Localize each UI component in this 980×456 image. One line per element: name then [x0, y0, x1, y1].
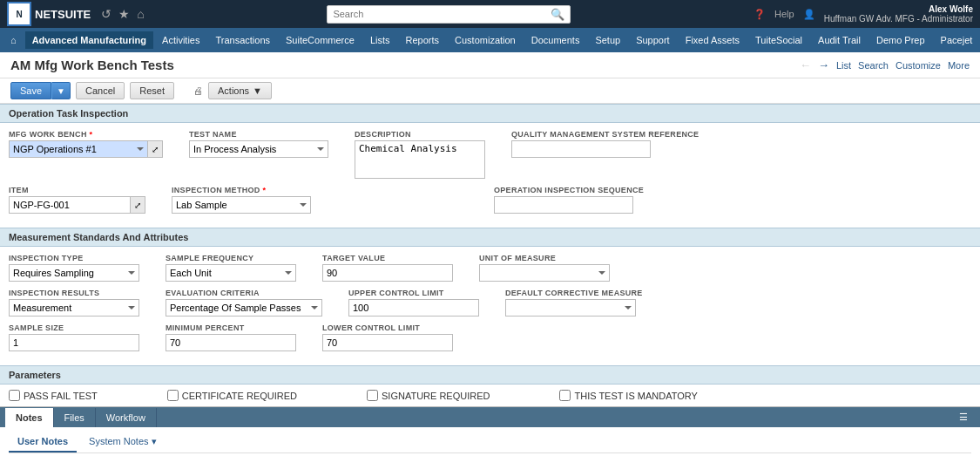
pass-fail-checkbox[interactable]	[9, 390, 20, 401]
logo: N NETSUITE	[7, 2, 91, 26]
menu-item-demo-prep[interactable]: Demo Prep	[869, 31, 932, 49]
operation-sequence-input[interactable]	[494, 196, 633, 214]
menu-item-suitecommerce[interactable]: SuiteCommerce	[279, 31, 362, 49]
lower-control-label: LOWER CONTROL LIMIT	[322, 323, 453, 332]
menu-item-audit-trail[interactable]: Audit Trail	[811, 31, 868, 49]
target-value-input[interactable]	[322, 264, 453, 282]
item-expand-btn[interactable]: ⤢	[131, 196, 145, 214]
operation-task-row1: MFG WORK BENCH * NGP Operations #1 ⤢ TES…	[9, 130, 971, 179]
pass-fail-item: PASS FAIL TEST	[9, 390, 98, 401]
lower-control-group: LOWER CONTROL LIMIT	[322, 323, 453, 351]
evaluation-group: EVALUATION CRITERIA Percentage Of Sample…	[166, 289, 322, 316]
mfg-work-bench-expand-btn[interactable]: ⤢	[148, 140, 163, 158]
tabs-container: NotesFilesWorkflow☰ User Notes System No…	[0, 406, 980, 456]
menu-item-transactions[interactable]: Transactions	[208, 31, 277, 49]
sub-tab-user-notes[interactable]: User Notes	[9, 432, 77, 453]
save-dropdown-button[interactable]: ▼	[51, 82, 71, 99]
nav-icons: ↺ ★ ⌂	[101, 7, 144, 21]
menu-item-tuitesocial[interactable]: TuiteSocial	[748, 31, 809, 49]
user-info: Alex Wolfe Huffman GW Adv. MFG - Adminis…	[824, 4, 973, 24]
list-link[interactable]: List	[836, 60, 851, 71]
test-name-label: TEST NAME	[189, 130, 328, 139]
star-icon[interactable]: ★	[118, 7, 130, 21]
evaluation-select[interactable]: Percentage Of Sample Passes	[166, 299, 322, 316]
menu-item-fixed-assets[interactable]: Fixed Assets	[679, 31, 747, 49]
sample-size-input[interactable]	[9, 334, 139, 351]
help-label[interactable]: Help	[774, 9, 794, 19]
menu-item-documents[interactable]: Documents	[524, 31, 587, 49]
menu-bar: ⌂Advanced ManufacturingActivitiesTransac…	[0, 28, 980, 52]
inspection-results-label: INSPECTION RESULTS	[9, 289, 139, 297]
menu-item-home[interactable]: ⌂	[3, 31, 24, 49]
more-link[interactable]: More	[948, 60, 970, 71]
actions-arrow-icon: ▼	[253, 85, 262, 96]
print-icon[interactable]: 🖨	[193, 85, 203, 96]
mandatory-checkbox[interactable]	[559, 390, 571, 401]
mfg-work-bench-select[interactable]: NGP Operations #1	[9, 140, 148, 158]
home-icon[interactable]: ⌂	[137, 7, 144, 21]
target-value-group: TARGET VALUE	[322, 254, 453, 282]
nav-forward-btn[interactable]: →	[818, 58, 829, 71]
tabs-menu-icon[interactable]: ☰	[952, 407, 975, 427]
inspection-type-select[interactable]: Requires Sampling	[9, 264, 139, 282]
measurement-section-header: Measurement Standards And Attributes	[0, 228, 980, 247]
quality-ref-input[interactable]	[511, 140, 651, 158]
unit-measure-select[interactable]	[479, 264, 610, 282]
inspection-method-select[interactable]: Lab Sample	[172, 196, 311, 214]
actions-button[interactable]: Actions ▼	[208, 82, 272, 99]
search-link[interactable]: Search	[858, 60, 889, 71]
user-name: Alex Wolfe	[824, 4, 973, 14]
inspection-results-group: INSPECTION RESULTS Measurement	[9, 289, 139, 316]
menu-item-support[interactable]: Support	[629, 31, 677, 49]
help-icon[interactable]: ❓	[754, 9, 766, 20]
sample-freq-select[interactable]: Each Unit	[166, 264, 296, 282]
cancel-button[interactable]: Cancel	[76, 82, 125, 99]
menu-item-activities[interactable]: Activities	[155, 31, 206, 49]
menu-item-reports[interactable]: Reports	[399, 31, 447, 49]
operation-sequence-group: OPERATION INSPECTION SEQUENCE	[494, 186, 644, 214]
sample-freq-label: SAMPLE FREQUENCY	[166, 254, 296, 262]
save-button[interactable]: Save	[10, 82, 51, 99]
quality-ref-group: QUALITY MANAGEMENT SYSTEM REFERENCE	[511, 130, 699, 158]
menu-item-customization[interactable]: Customization	[448, 31, 523, 49]
default-corrective-select[interactable]	[505, 299, 636, 316]
test-name-select[interactable]: In Process Analysis	[189, 140, 328, 158]
minimum-percent-input[interactable]	[166, 334, 296, 351]
certificate-label: CERTIFICATE REQUIRED	[182, 391, 297, 401]
toolbar: Save ▼ Cancel Reset 🖨 Actions ▼	[0, 78, 980, 104]
menu-item-pacejet[interactable]: Pacejet	[934, 31, 980, 49]
reset-button[interactable]: Reset	[130, 82, 174, 99]
sub-tab-system-notes[interactable]: System Notes ▾	[80, 432, 166, 453]
tab-notes[interactable]: Notes	[5, 408, 54, 427]
customize-link[interactable]: Customize	[896, 60, 941, 71]
description-textarea[interactable]: Chemical Analysis	[355, 140, 485, 179]
history-icon[interactable]: ↺	[101, 7, 112, 21]
lower-control-input[interactable]	[322, 334, 453, 351]
menu-item-setup[interactable]: Setup	[588, 31, 627, 49]
target-value-label: TARGET VALUE	[322, 254, 453, 262]
operation-sequence-label: OPERATION INSPECTION SEQUENCE	[494, 186, 644, 194]
inspection-type-label: INSPECTION TYPE	[9, 254, 139, 262]
tab-content: User Notes System Notes ▾ VIEW Default N…	[0, 427, 980, 456]
signature-checkbox[interactable]	[367, 390, 378, 401]
nav-back-btn[interactable]: ←	[800, 58, 811, 71]
description-label: DESCRIPTION	[355, 130, 485, 139]
upper-control-label: UPPER CONTROL LIMIT	[348, 289, 479, 297]
inspection-results-select[interactable]: Measurement	[9, 299, 139, 316]
minimum-percent-group: MINIMUM PERCENT	[166, 323, 296, 351]
inspection-method-group: INSPECTION METHOD * Lab Sample	[172, 186, 311, 214]
search-icon[interactable]: 🔍	[551, 8, 564, 21]
tab-workflow[interactable]: Workflow	[96, 408, 157, 427]
item-input[interactable]	[9, 196, 131, 214]
search-input[interactable]	[333, 9, 551, 19]
logo-icon: N	[7, 2, 31, 26]
upper-control-input[interactable]	[348, 299, 479, 316]
menu-item-advanced-manufacturing[interactable]: Advanced Manufacturing	[25, 31, 153, 49]
sample-size-group: SAMPLE SIZE	[9, 323, 139, 351]
mandatory-item: THIS TEST IS MANDATORY	[559, 390, 697, 401]
menu-item-lists[interactable]: Lists	[363, 31, 397, 49]
item-group: ITEM ⤢	[9, 186, 145, 214]
tab-files[interactable]: Files	[54, 408, 96, 427]
certificate-checkbox[interactable]	[167, 390, 179, 401]
item-label: ITEM	[9, 186, 145, 194]
